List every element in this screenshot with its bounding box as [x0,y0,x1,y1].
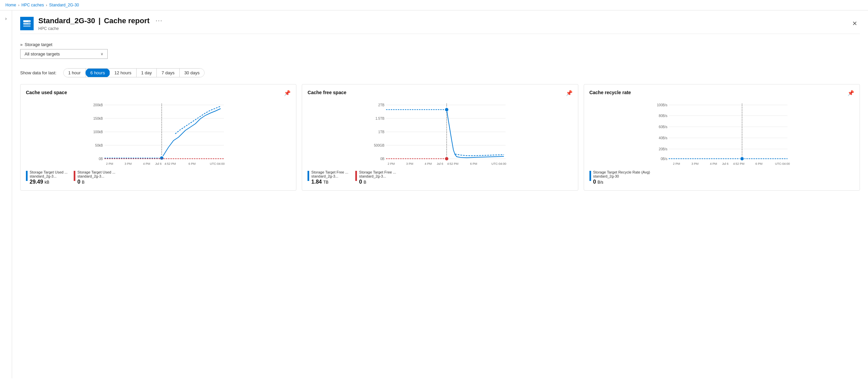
chart-area-used: 200kB 150kB 100kB 50kB 0B [26,100,291,167]
main-content: › Standard_2G-30 | Cache report ··· [0,10,868,378]
svg-text:150kB: 150kB [93,117,103,120]
sidebar-collapse-button[interactable]: › [4,14,8,23]
legend-info-recycle-blue: Storage Target Recycle Rate (Avg) standa… [593,170,650,185]
legend-bar-blue [26,171,28,181]
time-option-6hours[interactable]: 6 hours [86,68,110,77]
breadcrumb-sep-2: › [46,3,47,7]
legend-value-free-orange: 0 B [359,179,396,185]
svg-text:60B/s: 60B/s [659,125,668,129]
legend-bar-orange [74,171,75,181]
chart-legend-used: Storage Target Used ... standard_2g-3...… [26,170,291,185]
svg-text:3 PM: 3 PM [406,162,413,165]
legend-item-recycle-blue: Storage Target Recycle Rate (Avg) standa… [589,170,650,185]
chart-legend-free: Storage Target Free ... standard_2g-3...… [308,170,572,185]
legend-item-used-blue: Storage Target Used ... standard_2g-3...… [26,170,70,185]
svg-point-3 [29,21,29,21]
svg-text:2 PM: 2 PM [106,162,113,165]
time-option-30days[interactable]: 30 days [180,69,205,77]
page-title: Standard_2G-30 | Cache report ··· [38,16,849,26]
svg-text:200kB: 200kB [93,103,103,107]
chart-header-free: Cache free space 📌 [308,90,572,96]
legend-info-blue: Storage Target Used ... standard_2g-3...… [30,170,68,185]
svg-text:0B: 0B [380,157,385,161]
chart-title-free: Cache free space [308,90,346,95]
svg-text:6 PM: 6 PM [470,162,477,165]
top-bar: Home › HPC caches › Standard_2G-30 [0,0,868,10]
more-button[interactable]: ··· [153,16,165,26]
chart-legend-recycle: Storage Target Recycle Rate (Avg) standa… [589,170,854,185]
legend-sub-recycle-blue: standard_2g-30 [593,174,650,178]
svg-text:20B/s: 20B/s [659,147,668,151]
cache-recycle-rate-card: Cache recycle rate 📌 100B/s 80B/s 60B/s … [584,84,860,191]
svg-rect-1 [23,23,31,24]
recycle-rate-chart-svg: 100B/s 80B/s 60B/s 40B/s 20B/s 0B/s [589,100,854,167]
svg-text:1TB: 1TB [378,130,385,134]
page-icon [20,17,34,30]
legend-bar-recycle-blue [589,171,591,181]
breadcrumb-sep-1: › [18,3,20,7]
legend-sub-used-blue: standard_2g-3... [30,174,68,178]
legend-value-used-blue: 29.49 kB [30,179,68,185]
close-button[interactable]: ✕ [849,19,860,29]
time-options-group: 1 hour 6 hours 12 hours 1 day 7 days 30 … [63,68,205,77]
svg-point-16 [160,156,164,160]
svg-text:1.5TB: 1.5TB [375,117,384,120]
legend-info-orange: Storage Target Used ... standard_2g-3...… [78,170,115,185]
chart-area-recycle: 100B/s 80B/s 60B/s 40B/s 20B/s 0B/s [589,100,854,167]
hpc-cache-icon [23,19,31,28]
time-option-7days[interactable]: 7 days [157,69,179,77]
legend-bar-free-blue [308,171,309,181]
svg-text:4:52 PM: 4:52 PM [733,162,745,165]
free-space-chart-svg: 2TB 1.5TB 1TB 500GB 0B [308,100,572,167]
cache-used-space-card: Cache used space 📌 200kB 150kB 100kB 50k… [20,84,297,191]
pin-button-recycle[interactable]: 📌 [847,90,854,96]
time-option-1hour[interactable]: 1 hour [64,69,86,77]
time-filter: Show data for last: 1 hour 6 hours 12 ho… [20,68,860,77]
breadcrumb-hpc-caches[interactable]: HPC caches [22,3,44,7]
filter-section: » Storage target All storage targets ∨ [20,39,860,62]
time-filter-label: Show data for last: [20,70,57,75]
chart-area-free: 2TB 1.5TB 1TB 500GB 0B [308,100,572,167]
storage-target-label: Storage target [25,42,52,47]
svg-text:6 PM: 6 PM [188,162,195,165]
pin-button-free[interactable]: 📌 [566,90,572,96]
legend-sub-free-orange: standard_2g-3... [359,174,396,178]
legend-info-free-orange: Storage Target Free ... standard_2g-3...… [359,170,396,185]
legend-label-free-orange: Storage Target Free ... [359,170,396,174]
breadcrumb: Home › HPC caches › Standard_2G-30 [5,3,79,7]
svg-text:50kB: 50kB [95,144,103,147]
svg-text:500GB: 500GB [374,144,384,147]
used-space-chart-svg: 200kB 150kB 100kB 50kB 0B [26,100,291,167]
breadcrumb-current[interactable]: Standard_2G-30 [49,3,79,7]
chart-header-used: Cache used space 📌 [26,90,291,96]
svg-text:Jul 6: Jul 6 [722,162,728,165]
report-name: Cache report [104,17,150,25]
legend-label-recycle-blue: Storage Target Recycle Rate (Avg) [593,170,650,174]
page-title-group: Standard_2G-30 | Cache report ··· HPC ca… [38,16,849,31]
legend-label-used-blue: Storage Target Used ... [30,170,68,174]
sidebar-toggle: › [0,10,12,378]
pin-button-used[interactable]: 📌 [284,90,291,96]
resource-name: Standard_2G-30 [38,17,95,25]
svg-text:UTC-04:00: UTC-04:00 [775,162,789,165]
chart-title-recycle: Cache recycle rate [589,90,631,95]
svg-text:3 PM: 3 PM [124,162,131,165]
svg-text:UTC-04:00: UTC-04:00 [210,162,225,165]
svg-point-4 [29,23,29,24]
legend-value-free-blue: 1.84 TB [311,179,348,185]
storage-target-dropdown[interactable]: All storage targets ∨ [20,49,108,59]
legend-sub-used-orange: standard_2g-3... [78,174,115,178]
svg-text:2TB: 2TB [378,103,385,107]
legend-item-free-orange: Storage Target Free ... standard_2g-3...… [355,170,399,185]
content-area: Standard_2G-30 | Cache report ··· HPC ca… [12,10,868,378]
breadcrumb-home[interactable]: Home [5,3,16,7]
time-option-12hours[interactable]: 12 hours [110,69,136,77]
svg-text:3 PM: 3 PM [691,162,699,165]
svg-text:Jul 6: Jul 6 [437,162,443,165]
svg-text:Jul 6: Jul 6 [155,162,161,165]
double-chevron-icon: » [20,42,23,47]
charts-grid: Cache used space 📌 200kB 150kB 100kB 50k… [20,84,860,191]
legend-bar-free-orange [355,171,357,181]
svg-text:100B/s: 100B/s [657,103,667,107]
time-option-1day[interactable]: 1 day [136,69,157,77]
